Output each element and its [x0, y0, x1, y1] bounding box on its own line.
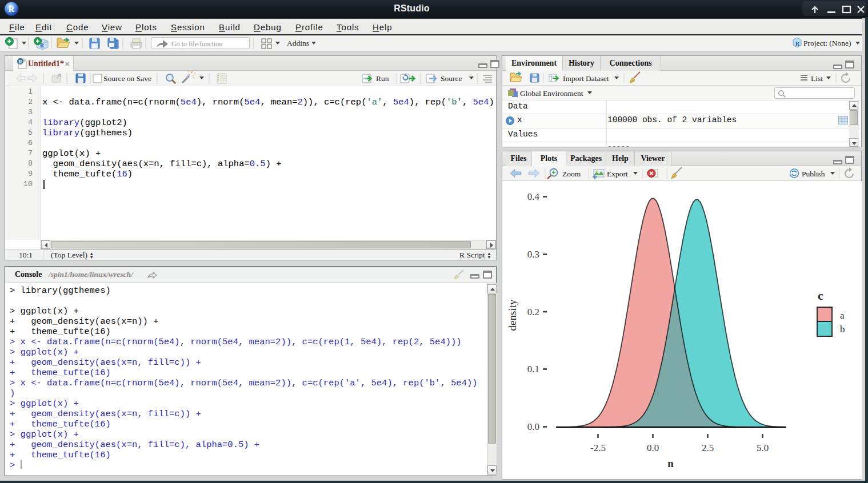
svg-text:0.3: 0.3 [527, 249, 539, 260]
svg-text:0.4: 0.4 [527, 191, 540, 202]
svg-text:Publish: Publish [802, 170, 825, 178]
svg-text:c: c [818, 288, 823, 303]
svg-text:Project: (None): Project: (None) [803, 39, 851, 47]
svg-text:2.5: 2.5 [702, 442, 714, 453]
svg-text:Addins: Addins [287, 39, 309, 47]
svg-text:Import Dataset: Import Dataset [563, 74, 609, 83]
svg-text:Zoom: Zoom [562, 170, 581, 178]
svg-text:b: b [840, 324, 845, 335]
svg-text:0.0: 0.0 [647, 442, 659, 453]
svg-text:0.2: 0.2 [527, 307, 539, 317]
svg-text:R: R [795, 41, 800, 47]
svg-text:5.0: 5.0 [757, 442, 769, 453]
svg-text:Source on Save: Source on Save [103, 74, 151, 83]
svg-text:R: R [9, 5, 15, 14]
svg-text:Global Environment: Global Environment [520, 89, 583, 98]
svg-text:Source: Source [441, 74, 462, 83]
svg-text:-2.5: -2.5 [590, 442, 606, 453]
svg-text:Run: Run [376, 74, 389, 83]
svg-text:Export: Export [607, 170, 628, 178]
svg-text:0.1: 0.1 [527, 364, 539, 375]
svg-text:density: density [506, 299, 518, 331]
svg-text:List: List [811, 74, 823, 83]
svg-text:R: R [18, 59, 22, 65]
svg-text:n: n [667, 457, 674, 469]
svg-text:a: a [840, 310, 845, 321]
svg-text:0.0: 0.0 [527, 421, 539, 432]
